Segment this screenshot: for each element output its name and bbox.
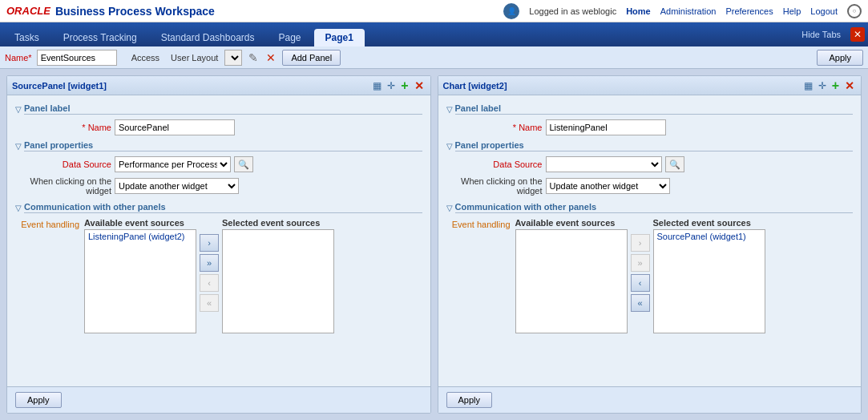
widget1-selected-list[interactable]: [222, 229, 334, 333]
widget1-data-source-row: Data Source Performance per Process 🔍: [15, 156, 422, 172]
widget2-comm-title: Communication with other panels: [455, 202, 854, 213]
tab-standard-dashboards[interactable]: Standard Dashboards: [150, 29, 266, 46]
widget1-body: ▽ Panel label * Name ▽ Panel properties …: [7, 95, 430, 386]
widget2-delete-icon[interactable]: ✕: [843, 79, 856, 93]
widget2-name-label: * Name: [446, 123, 543, 132]
widget1-arrow-left-button[interactable]: ‹: [200, 274, 219, 292]
widget1-comm-row: Event handling Available event sources L…: [15, 218, 422, 333]
widget2-name-input[interactable]: [546, 119, 666, 135]
widget1-name-input[interactable]: [115, 119, 235, 135]
widget1-available-list[interactable]: ListeningPanel (widget2): [84, 229, 196, 333]
hide-tabs-button[interactable]: Hide Tabs: [795, 26, 847, 42]
widget2-when-clicking-select[interactable]: Update another widget: [546, 178, 670, 194]
widget1-arrow-right-all-button[interactable]: »: [200, 254, 219, 272]
add-panel-button[interactable]: Add Panel: [282, 50, 341, 66]
widget2-panel-label-section: ▽ Panel label: [446, 103, 854, 115]
widget1-event-handling-label: Event handling: [15, 218, 79, 229]
widget2-available-label: Available event sources: [515, 218, 628, 228]
widget1-selected-group: Selected event sources: [222, 218, 334, 333]
widget1-arrow-left-all-button[interactable]: «: [200, 294, 219, 312]
widget1-arrow-right-button[interactable]: ›: [200, 234, 219, 252]
header-right: 👤 Logged in as weblogic Home Administrat…: [503, 3, 862, 19]
widget2-panel-props-title: Panel properties: [455, 140, 854, 151]
toolbar-access-label: Access: [131, 53, 159, 63]
nav-prefs-link[interactable]: Preferences: [725, 6, 773, 16]
widget2-comm-section: ▽ Communication with other panels Event …: [446, 202, 854, 333]
widget2-move-icon[interactable]: ✛: [817, 79, 828, 92]
widget2-when-clicking-row: When clicking on thewidget Update anothe…: [446, 176, 854, 196]
widget2-when-clicking-label: When clicking on thewidget: [446, 176, 543, 196]
logout-circle-icon: ○: [847, 4, 862, 18]
widget1-add-icon[interactable]: +: [399, 78, 410, 94]
nav-help-link[interactable]: Help: [783, 6, 801, 16]
widget1-comm-section: ▽ Communication with other panels Event …: [15, 202, 422, 333]
widget1-when-clicking-select[interactable]: Update another widget: [115, 178, 239, 194]
widget1-when-clicking-row: When clicking on thewidget Update anothe…: [15, 176, 422, 196]
nav-admin-link[interactable]: Administration: [660, 6, 717, 16]
nav-logout-link[interactable]: Logout: [810, 6, 838, 16]
main-content: SourcePanel [widget1] ▦ ✛ + ✕ ▽ Panel la…: [0, 69, 868, 420]
tab-process-tracking[interactable]: Process Tracking: [52, 29, 148, 46]
widget1-available-label: Available event sources: [84, 218, 196, 228]
widget1-comm-toggle[interactable]: ▽: [15, 204, 22, 212]
widget2-panel-label-toggle[interactable]: ▽: [446, 105, 453, 114]
widget1-available-item-0[interactable]: ListeningPanel (widget2): [85, 230, 196, 243]
widget2-comm-toggle[interactable]: ▽: [446, 204, 453, 212]
widget2-selected-item-0[interactable]: SourcePanel (widget1): [654, 230, 765, 243]
widget1-apply-button[interactable]: Apply: [15, 392, 62, 408]
toolbar-user-layout-label: User Layout: [171, 53, 218, 63]
widget2-arrow-right-all-button[interactable]: »: [631, 254, 650, 272]
widget2-selected-list[interactable]: SourcePanel (widget1): [653, 229, 765, 333]
widget2-apply-button[interactable]: Apply: [446, 392, 493, 408]
widget1-data-source-search-button[interactable]: 🔍: [234, 156, 253, 172]
widget2-panel-props-section: ▽ Panel properties: [446, 140, 854, 151]
widget2-available-list[interactable]: [515, 229, 628, 333]
widget2-arrow-buttons: › » ‹ «: [631, 218, 650, 312]
widget2-add-icon[interactable]: +: [830, 78, 841, 94]
toolbar-cancel-icon[interactable]: ✕: [264, 50, 277, 65]
widget2-data-source-search-button[interactable]: 🔍: [665, 156, 684, 172]
widget2-arrow-right-button[interactable]: ›: [631, 234, 650, 252]
tab-page[interactable]: Page: [267, 29, 312, 46]
widget1-data-source-select[interactable]: Performance per Process: [115, 156, 231, 172]
nav-home-link[interactable]: Home: [626, 6, 651, 16]
toolbar-user-layout-select[interactable]: [224, 50, 242, 66]
toolbar-apply-button[interactable]: Apply: [817, 50, 863, 66]
widget1-move-icon[interactable]: ✛: [386, 79, 397, 92]
widget1-panel-label-title: Panel label: [24, 103, 422, 115]
widget1-comm-title: Communication with other panels: [24, 202, 422, 213]
widget2-comm-row: Event handling Available event sources ›…: [446, 218, 854, 333]
widget1-comm-section-header: ▽ Communication with other panels: [15, 202, 422, 213]
widget2-selected-label: Selected event sources: [653, 218, 765, 228]
widget1-delete-icon[interactable]: ✕: [413, 79, 426, 93]
widget1-title: SourcePanel [widget1]: [12, 81, 107, 91]
toolbar-pencil-icon[interactable]: ✎: [247, 50, 260, 65]
widget1-when-clicking-label: When clicking on thewidget: [15, 176, 111, 196]
widget2-grid-icon[interactable]: ▦: [802, 79, 814, 92]
widget2-header: Chart [widget2] ▦ ✛ + ✕: [438, 76, 862, 95]
widget1-grid-icon[interactable]: ▦: [371, 79, 383, 92]
tab-tasks[interactable]: Tasks: [3, 29, 50, 46]
widget1-panel-props-section: ▽ Panel properties: [15, 140, 422, 151]
widget2-body: ▽ Panel label * Name ▽ Panel properties …: [438, 95, 862, 386]
widget1-panel-label-toggle[interactable]: ▽: [15, 105, 22, 114]
widget2-footer: Apply: [438, 386, 862, 413]
widget2-comm-section-header: ▽ Communication with other panels: [446, 202, 854, 213]
widget2-title: Chart [widget2]: [443, 81, 507, 91]
toolbar: Name* Access User Layout ✎ ✕ Add Panel A…: [0, 46, 868, 69]
widget2-data-source-label: Data Source: [446, 160, 543, 169]
tab-page1[interactable]: Page1: [314, 29, 365, 46]
widget1-header: SourcePanel [widget1] ▦ ✛ + ✕: [7, 76, 430, 95]
toolbar-name-input[interactable]: [37, 50, 117, 66]
widget1-panel: SourcePanel [widget1] ▦ ✛ + ✕ ▽ Panel la…: [6, 75, 431, 414]
widget1-event-lists: Available event sources ListeningPanel (…: [84, 218, 334, 333]
widget2-data-source-select[interactable]: [546, 156, 662, 172]
widget2-event-lists: Available event sources › » ‹ « Selected…: [515, 218, 765, 333]
close-page-button[interactable]: ✕: [850, 27, 865, 42]
widget2-arrow-left-button[interactable]: ‹: [631, 274, 650, 292]
widget2-actions: ▦ ✛ + ✕: [802, 78, 856, 94]
top-header: ORACLE Business Process Workspace 👤 Logg…: [0, 0, 868, 22]
widget2-arrow-left-all-button[interactable]: «: [631, 294, 650, 312]
widget1-panel-props-toggle[interactable]: ▽: [15, 142, 22, 151]
widget2-panel-props-toggle[interactable]: ▽: [446, 142, 453, 151]
